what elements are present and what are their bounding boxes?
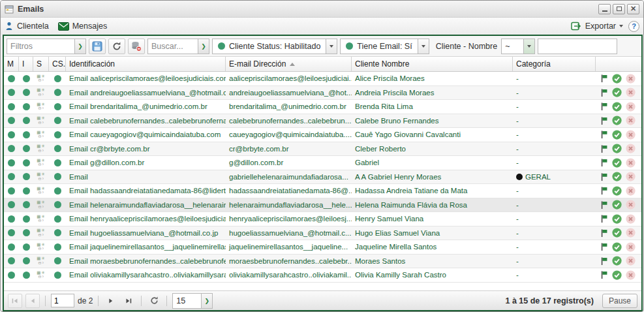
delete-icon[interactable] [626,158,636,168]
clientela-button[interactable]: Clientela [5,22,49,31]
delete-icon[interactable] [626,186,636,196]
save-filter-button[interactable] [89,39,106,54]
column-header-cs[interactable]: CS.. [49,57,66,71]
close-button[interactable]: ✕ [627,4,639,14]
flag-icon[interactable] [600,172,608,181]
first-page-button[interactable] [8,294,22,308]
flag-icon[interactable] [600,88,608,97]
buscar-combo[interactable]: Buscar... ❯ [147,39,209,54]
help-button[interactable]: ? [628,21,639,32]
delete-icon[interactable] [626,256,636,266]
check-icon[interactable] [612,186,622,196]
check-icon[interactable] [612,158,622,168]
table-row[interactable]: ▦✳⊖›Email hugoeliassamuelviana_@hotmail.… [4,226,641,241]
delete-icon[interactable] [626,172,636,181]
delete-icon[interactable] [626,228,636,238]
cliente-nombre-input[interactable] [538,39,617,54]
filtros-combo-arrow[interactable]: ❯ [74,39,86,54]
column-header-identificacion[interactable]: Identificación [66,57,226,71]
prev-page-button[interactable] [25,294,40,308]
cliente-status-filter[interactable]: Cliente Status: Habilitado [212,39,337,54]
email-direccion-cell: gabriellehelenaraimundafiadarosa... [226,170,352,184]
mensajes-button[interactable]: Mensajes [58,22,108,31]
check-icon[interactable] [612,87,622,97]
flag-icon[interactable] [600,74,608,83]
delete-icon[interactable] [626,74,636,84]
check-icon[interactable] [612,130,622,140]
delete-icon[interactable] [626,116,636,125]
table-row[interactable]: ▦✳⊖›Email helenaraimundaflaviadarosa__he… [4,198,641,213]
page-number-input[interactable] [51,294,74,307]
last-page-button[interactable] [121,294,136,308]
operator-combo[interactable]: ~ [501,39,535,54]
flag-icon[interactable] [600,200,608,210]
table-row[interactable]: ▦✳⊖›Email jaquelinemirellasantos__jaquel… [4,240,641,255]
flag-icon[interactable] [600,270,608,279]
table-row[interactable]: ▦✳⊖›Email henryaalicepriscilamoraes@leil… [4,212,641,226]
column-header-i[interactable]: I [19,57,33,71]
next-page-button[interactable] [104,294,118,308]
flag-icon[interactable] [600,130,608,139]
check-icon[interactable] [612,214,622,224]
column-header-email-direccion[interactable]: E-mail Dirección [226,57,352,71]
table-row[interactable]: ▦✳⊖›Emailgabriellehelenaraimundafiadaros… [4,170,641,185]
table-row[interactable]: ▦✳⊖›Email caueyagogiov@quimicaindaiatuba… [4,128,641,142]
minimize-button[interactable] [598,4,611,14]
page-size-combo[interactable]: 15 ❯ [172,293,213,309]
delete-icon[interactable] [626,200,636,210]
check-icon[interactable] [612,144,622,153]
flag-icon[interactable] [600,102,608,111]
table-row[interactable]: ▦✳⊖›Email hadassaandreiatatianedamata-86… [4,184,641,198]
check-icon[interactable] [612,172,622,181]
check-icon[interactable] [612,256,622,266]
check-icon[interactable] [612,102,622,112]
table-row[interactable]: ▦✳⊖›Email calebebrunofernandes..calebebr… [4,114,641,129]
delete-icon[interactable] [626,270,636,280]
column-header-m[interactable]: M [4,57,19,71]
tiene-email-arrow[interactable] [418,39,429,54]
column-header-cliente-nombre[interactable]: Cliente Nombre [352,57,513,71]
check-icon[interactable] [612,200,622,210]
check-icon[interactable] [612,116,622,125]
delete-icon[interactable] [626,87,636,97]
table-row[interactable]: ▦✳⊖›Email aalicepriscilamoraes@leiloesju… [4,72,641,86]
maximize-button[interactable] [613,4,625,14]
check-icon[interactable] [612,228,622,238]
flag-icon[interactable] [600,228,608,238]
check-icon[interactable] [612,242,622,252]
column-header-categoria[interactable]: Categoría [513,57,596,71]
delete-icon[interactable] [626,144,636,153]
check-icon[interactable] [612,270,622,280]
flag-icon[interactable] [600,257,608,266]
pause-button[interactable]: Pause [602,294,637,308]
delete-icon[interactable] [626,102,636,112]
flag-icon[interactable] [600,186,608,195]
flag-icon[interactable] [600,214,608,223]
exportar-button[interactable]: Exportar [571,21,623,31]
check-icon[interactable] [612,74,622,84]
tiene-email-filter[interactable]: Tiene Email: Sí [340,39,429,54]
flag-icon[interactable] [600,158,608,167]
table-row[interactable]: ▦✳⊖›Email g@dillon.com.brg@dillon.com.br… [4,156,641,170]
operator-combo-arrow[interactable] [523,39,535,54]
filtros-combo[interactable]: Filtros ❯ [7,39,86,54]
column-header-s[interactable]: S [33,57,49,71]
clear-filter-button[interactable] [128,39,145,54]
refresh-filter-button[interactable] [108,39,125,54]
table-row[interactable]: ▦✳⊖›Email oliviakamillysarahcastro..oliv… [4,268,641,283]
delete-icon[interactable] [626,242,636,252]
flag-icon[interactable] [600,116,608,125]
cliente-status-arrow[interactable] [326,39,337,54]
table-row[interactable]: ▦✳⊖›Email andreiaugoeliassamuelviana_@ho… [4,86,641,101]
flag-icon[interactable] [600,242,608,251]
table-row[interactable]: ▦✳⊖›Email brendaritalima_@unimedrio.com.… [4,100,641,114]
delete-icon[interactable] [626,130,636,140]
flag-icon[interactable] [600,144,608,153]
cliente-nombre-cell: Andreia Priscila Moraes [352,86,513,100]
table-row[interactable]: ▦✳⊖›Email cr@brbyte.com.brcr@brbyte.com.… [4,142,641,157]
delete-icon[interactable] [626,214,636,224]
refresh-page-button[interactable] [147,294,161,308]
buscar-combo-arrow[interactable]: ❯ [198,39,209,54]
table-row[interactable]: ▦✳⊖›Email moraesbebrunofernandes..calebe… [4,255,641,269]
page-size-arrow[interactable]: ❯ [201,293,213,309]
